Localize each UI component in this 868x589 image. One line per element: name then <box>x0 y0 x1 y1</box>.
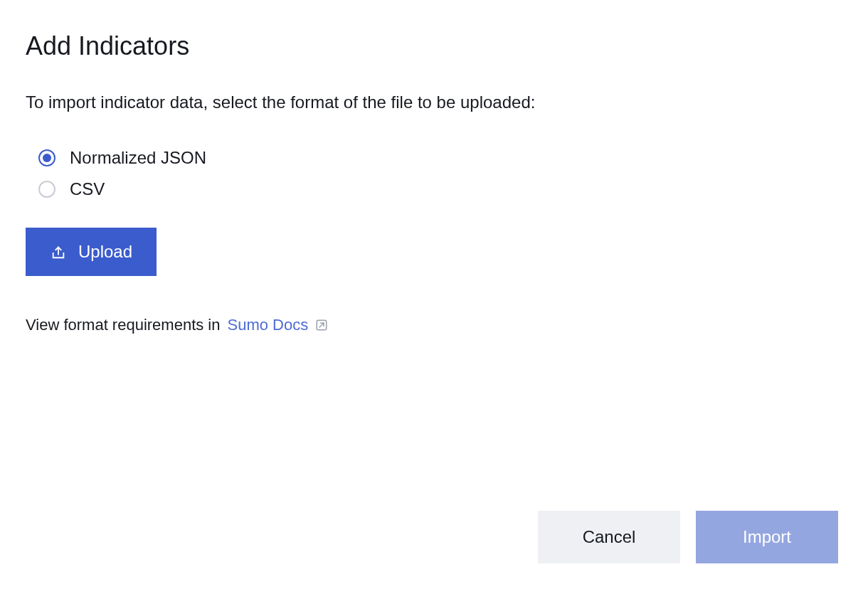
radio-option-json[interactable]: Normalized JSON <box>38 148 842 168</box>
page-title: Add Indicators <box>26 31 842 61</box>
import-button[interactable]: Import <box>696 511 838 563</box>
upload-button-label: Upload <box>78 242 132 262</box>
sumo-docs-link[interactable]: Sumo Docs <box>228 316 309 334</box>
radio-label-json: Normalized JSON <box>70 148 206 168</box>
format-radio-group: Normalized JSON CSV <box>38 148 842 199</box>
cancel-button[interactable]: Cancel <box>538 511 680 563</box>
external-link-icon <box>315 319 328 331</box>
docs-prefix: View format requirements in <box>26 316 221 334</box>
radio-label-csv: CSV <box>70 179 105 199</box>
radio-option-csv[interactable]: CSV <box>38 179 842 199</box>
svg-line-2 <box>319 323 324 327</box>
upload-icon <box>50 243 67 260</box>
import-description: To import indicator data, select the for… <box>26 92 842 112</box>
upload-button[interactable]: Upload <box>26 228 157 276</box>
footer-buttons: Cancel Import <box>538 511 838 563</box>
docs-row: View format requirements in Sumo Docs <box>26 316 842 334</box>
radio-icon <box>38 149 55 166</box>
radio-icon <box>38 181 55 198</box>
